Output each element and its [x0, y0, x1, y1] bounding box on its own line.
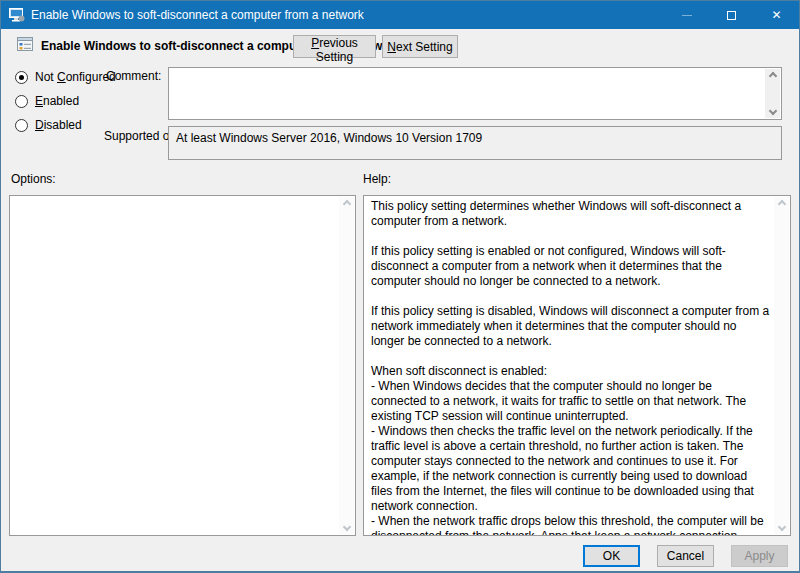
help-paragraph: If this policy setting is disabled, Wind…	[371, 304, 770, 349]
policy-setting-dialog: Enable Windows to soft-disconnect a comp…	[0, 0, 800, 573]
close-button[interactable]: ✕	[754, 1, 799, 29]
previous-setting-button[interactable]: Previous Setting	[293, 35, 376, 58]
footer-buttons: OK Cancel Apply	[583, 545, 788, 567]
help-text[interactable]: This policy setting determines whether W…	[364, 196, 775, 535]
scroll-up-icon[interactable]	[342, 200, 350, 208]
radio-not-configured[interactable]: Not Configured	[15, 70, 116, 84]
maximize-icon	[727, 11, 736, 20]
radio-icon	[15, 71, 28, 84]
scroll-down-icon[interactable]	[342, 523, 350, 531]
radio-icon	[15, 95, 28, 108]
minimize-button[interactable]	[664, 1, 709, 29]
window-title: Enable Windows to soft-disconnect a comp…	[31, 8, 364, 22]
radio-label: Not Configured	[35, 70, 116, 84]
radio-label: Disabled	[35, 118, 82, 132]
next-setting-button[interactable]: Next Setting	[382, 35, 458, 58]
maximize-button[interactable]	[709, 1, 754, 29]
supported-on-field: At least Windows Server 2016, Windows 10…	[168, 126, 782, 160]
options-panel	[9, 195, 356, 536]
options-label: Options:	[11, 172, 56, 186]
help-scrollbar[interactable]	[774, 197, 789, 534]
radio-label: Enabled	[35, 94, 79, 108]
comment-label: Comment:	[106, 69, 161, 83]
comment-input[interactable]	[168, 67, 782, 120]
radio-disabled[interactable]: Disabled	[15, 118, 82, 132]
help-paragraph: This policy setting determines whether W…	[371, 199, 770, 229]
options-scrollbar[interactable]	[339, 197, 354, 534]
scroll-down-icon[interactable]	[768, 107, 776, 115]
window-icon	[9, 8, 25, 22]
scroll-up-icon[interactable]	[768, 72, 776, 80]
help-panel: This policy setting determines whether W…	[363, 195, 791, 536]
minimize-icon	[682, 15, 692, 16]
caption-buttons: ✕	[664, 1, 799, 29]
titlebar: Enable Windows to soft-disconnect a comp…	[1, 1, 799, 29]
scroll-down-icon[interactable]	[777, 523, 785, 531]
header: Enable Windows to soft-disconnect a comp…	[1, 29, 799, 63]
cancel-button[interactable]: Cancel	[657, 545, 714, 567]
policy-setting-icon	[17, 36, 34, 52]
supported-on-value: At least Windows Server 2016, Windows 10…	[176, 131, 482, 145]
help-paragraph: When soft disconnect is enabled: - When …	[371, 364, 770, 535]
radio-enabled[interactable]: Enabled	[15, 94, 79, 108]
apply-button: Apply	[731, 545, 788, 567]
help-paragraph: If this policy setting is enabled or not…	[371, 244, 770, 289]
radio-icon	[15, 119, 28, 132]
help-label: Help:	[363, 172, 391, 186]
comment-scrollbar[interactable]	[765, 69, 780, 118]
scroll-up-icon[interactable]	[777, 200, 785, 208]
ok-button[interactable]: OK	[583, 545, 640, 567]
close-icon: ✕	[771, 9, 781, 21]
